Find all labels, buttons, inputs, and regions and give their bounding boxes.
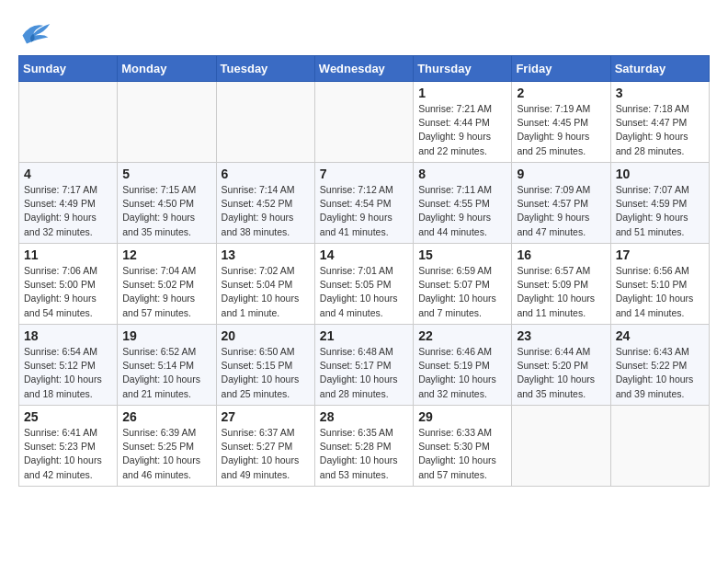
calendar-cell: [314, 82, 413, 163]
calendar-cell: 4Sunrise: 7:17 AMSunset: 4:49 PMDaylight…: [19, 163, 118, 244]
calendar-week-row: 25Sunrise: 6:41 AMSunset: 5:23 PMDayligh…: [19, 406, 710, 487]
day-number: 23: [517, 328, 605, 343]
day-info: Sunrise: 6:50 AMSunset: 5:15 PMDaylight:…: [222, 345, 310, 401]
calendar-cell: [610, 406, 709, 487]
calendar-cell: 16Sunrise: 6:57 AMSunset: 5:09 PMDayligh…: [512, 244, 610, 325]
calendar-header-row: SundayMondayTuesdayWednesdayThursdayFrid…: [19, 56, 710, 82]
day-number: 6: [222, 167, 310, 181]
page-header: [18, 18, 710, 46]
day-number: 21: [320, 328, 408, 343]
day-number: 3: [616, 86, 704, 100]
calendar-cell: 6Sunrise: 7:14 AMSunset: 4:52 PMDaylight…: [216, 163, 314, 244]
calendar-cell: 29Sunrise: 6:33 AMSunset: 5:30 PMDayligh…: [414, 406, 512, 487]
day-number: 11: [24, 247, 112, 262]
day-info: Sunrise: 7:18 AMSunset: 4:47 PMDaylight:…: [616, 102, 704, 158]
calendar-cell: 8Sunrise: 7:11 AMSunset: 4:55 PMDaylight…: [414, 163, 512, 244]
day-info: Sunrise: 7:12 AMSunset: 4:54 PMDaylight:…: [320, 183, 408, 239]
calendar-cell: 26Sunrise: 6:39 AMSunset: 5:25 PMDayligh…: [118, 406, 216, 487]
day-info: Sunrise: 7:04 AMSunset: 5:02 PMDaylight:…: [122, 264, 210, 320]
calendar-cell: 15Sunrise: 6:59 AMSunset: 5:07 PMDayligh…: [414, 244, 512, 325]
day-info: Sunrise: 7:01 AMSunset: 5:05 PMDaylight:…: [320, 264, 408, 320]
day-info: Sunrise: 6:37 AMSunset: 5:27 PMDaylight:…: [222, 426, 310, 482]
calendar-cell: [118, 82, 216, 163]
calendar-cell: 20Sunrise: 6:50 AMSunset: 5:15 PMDayligh…: [216, 325, 314, 406]
column-header-friday: Friday: [512, 56, 610, 82]
day-info: Sunrise: 7:15 AMSunset: 4:50 PMDaylight:…: [122, 183, 210, 239]
day-info: Sunrise: 6:48 AMSunset: 5:17 PMDaylight:…: [320, 345, 408, 401]
calendar-cell: 3Sunrise: 7:18 AMSunset: 4:47 PMDaylight…: [610, 82, 709, 163]
day-number: 2: [517, 86, 605, 100]
calendar-cell: 27Sunrise: 6:37 AMSunset: 5:27 PMDayligh…: [216, 406, 314, 487]
day-number: 8: [418, 167, 506, 181]
calendar-cell: 13Sunrise: 7:02 AMSunset: 5:04 PMDayligh…: [216, 244, 314, 325]
day-number: 9: [517, 167, 605, 181]
day-number: 13: [222, 247, 310, 262]
day-info: Sunrise: 6:52 AMSunset: 5:14 PMDaylight:…: [122, 345, 210, 401]
day-info: Sunrise: 6:46 AMSunset: 5:19 PMDaylight:…: [418, 345, 506, 401]
day-number: 7: [320, 167, 408, 181]
calendar-week-row: 11Sunrise: 7:06 AMSunset: 5:00 PMDayligh…: [19, 244, 710, 325]
day-number: 26: [122, 409, 210, 424]
day-info: Sunrise: 7:21 AMSunset: 4:44 PMDaylight:…: [418, 102, 506, 158]
column-header-thursday: Thursday: [414, 56, 512, 82]
day-info: Sunrise: 6:39 AMSunset: 5:25 PMDaylight:…: [122, 426, 210, 482]
day-number: 14: [320, 247, 408, 262]
day-info: Sunrise: 6:35 AMSunset: 5:28 PMDaylight:…: [320, 426, 408, 482]
day-info: Sunrise: 6:56 AMSunset: 5:10 PMDaylight:…: [616, 264, 704, 320]
day-number: 22: [418, 328, 506, 343]
calendar-cell: 17Sunrise: 6:56 AMSunset: 5:10 PMDayligh…: [610, 244, 709, 325]
day-info: Sunrise: 7:06 AMSunset: 5:00 PMDaylight:…: [24, 264, 112, 320]
calendar-cell: 2Sunrise: 7:19 AMSunset: 4:45 PMDaylight…: [512, 82, 610, 163]
day-info: Sunrise: 7:14 AMSunset: 4:52 PMDaylight:…: [222, 183, 310, 239]
day-info: Sunrise: 6:54 AMSunset: 5:12 PMDaylight:…: [24, 345, 112, 401]
day-number: 10: [616, 167, 704, 181]
calendar-cell: 14Sunrise: 7:01 AMSunset: 5:05 PMDayligh…: [314, 244, 413, 325]
calendar-cell: 11Sunrise: 7:06 AMSunset: 5:00 PMDayligh…: [19, 244, 118, 325]
day-number: 12: [122, 247, 210, 262]
day-info: Sunrise: 7:07 AMSunset: 4:59 PMDaylight:…: [616, 183, 704, 239]
calendar-cell: [216, 82, 314, 163]
day-info: Sunrise: 6:59 AMSunset: 5:07 PMDaylight:…: [418, 264, 506, 320]
calendar-cell: 22Sunrise: 6:46 AMSunset: 5:19 PMDayligh…: [414, 325, 512, 406]
calendar-cell: 7Sunrise: 7:12 AMSunset: 4:54 PMDaylight…: [314, 163, 413, 244]
day-number: 4: [24, 167, 112, 181]
calendar-cell: 18Sunrise: 6:54 AMSunset: 5:12 PMDayligh…: [19, 325, 118, 406]
calendar-cell: 24Sunrise: 6:43 AMSunset: 5:22 PMDayligh…: [610, 325, 709, 406]
column-header-monday: Monday: [118, 56, 216, 82]
day-info: Sunrise: 7:02 AMSunset: 5:04 PMDaylight:…: [222, 264, 310, 320]
calendar-table: SundayMondayTuesdayWednesdayThursdayFrid…: [18, 55, 710, 487]
day-number: 1: [418, 86, 506, 100]
column-header-tuesday: Tuesday: [216, 56, 314, 82]
logo: [18, 18, 57, 46]
day-number: 27: [222, 409, 310, 424]
calendar-cell: 28Sunrise: 6:35 AMSunset: 5:28 PMDayligh…: [314, 406, 413, 487]
day-number: 16: [517, 247, 605, 262]
calendar-cell: 9Sunrise: 7:09 AMSunset: 4:57 PMDaylight…: [512, 163, 610, 244]
calendar-cell: 5Sunrise: 7:15 AMSunset: 4:50 PMDaylight…: [118, 163, 216, 244]
column-header-sunday: Sunday: [19, 56, 118, 82]
day-info: Sunrise: 7:19 AMSunset: 4:45 PMDaylight:…: [517, 102, 605, 158]
day-info: Sunrise: 6:33 AMSunset: 5:30 PMDaylight:…: [418, 426, 506, 482]
calendar-cell: 12Sunrise: 7:04 AMSunset: 5:02 PMDayligh…: [118, 244, 216, 325]
day-number: 24: [616, 328, 704, 343]
day-number: 19: [122, 328, 210, 343]
calendar-cell: 25Sunrise: 6:41 AMSunset: 5:23 PMDayligh…: [19, 406, 118, 487]
calendar-cell: [19, 82, 118, 163]
day-info: Sunrise: 6:41 AMSunset: 5:23 PMDaylight:…: [24, 426, 112, 482]
day-info: Sunrise: 6:57 AMSunset: 5:09 PMDaylight:…: [517, 264, 605, 320]
day-number: 29: [418, 409, 506, 424]
day-number: 28: [320, 409, 408, 424]
calendar-week-row: 4Sunrise: 7:17 AMSunset: 4:49 PMDaylight…: [19, 163, 710, 244]
day-info: Sunrise: 7:09 AMSunset: 4:57 PMDaylight:…: [517, 183, 605, 239]
calendar-cell: 10Sunrise: 7:07 AMSunset: 4:59 PMDayligh…: [610, 163, 709, 244]
day-number: 5: [122, 167, 210, 181]
day-info: Sunrise: 7:17 AMSunset: 4:49 PMDaylight:…: [24, 183, 112, 239]
column-header-wednesday: Wednesday: [314, 56, 413, 82]
calendar-cell: 23Sunrise: 6:44 AMSunset: 5:20 PMDayligh…: [512, 325, 610, 406]
calendar-cell: [512, 406, 610, 487]
column-header-saturday: Saturday: [610, 56, 709, 82]
day-number: 20: [222, 328, 310, 343]
day-info: Sunrise: 6:43 AMSunset: 5:22 PMDaylight:…: [616, 345, 704, 401]
day-number: 25: [24, 409, 112, 424]
day-info: Sunrise: 7:11 AMSunset: 4:55 PMDaylight:…: [418, 183, 506, 239]
